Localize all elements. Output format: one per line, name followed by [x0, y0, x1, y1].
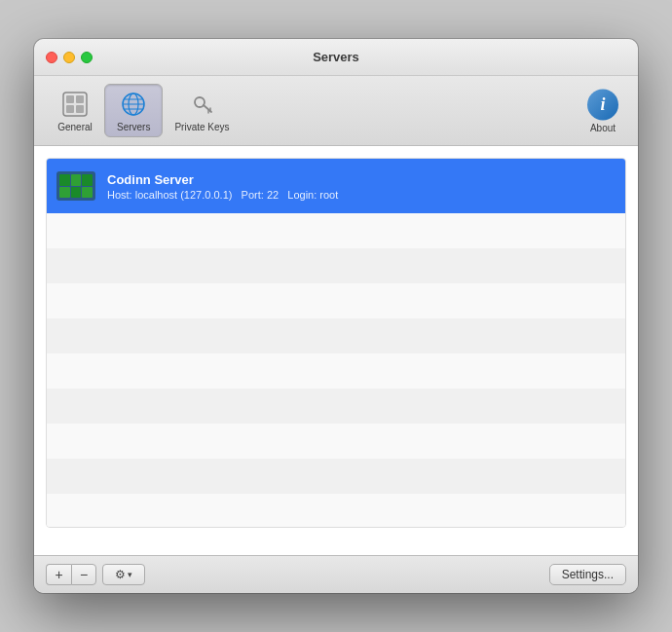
server-list-item[interactable]: Codinn Server Host: localhost (127.0.0.1…	[47, 159, 625, 213]
dropdown-arrow-icon: ▾	[128, 570, 132, 579]
key-icon	[187, 89, 218, 120]
general-icon	[59, 89, 91, 120]
settings-button[interactable]: Settings...	[549, 564, 626, 585]
about-label: About	[590, 122, 616, 132]
empty-row	[47, 353, 625, 389]
empty-row	[47, 424, 625, 459]
main-window: Servers General	[34, 39, 638, 593]
empty-row	[47, 283, 625, 318]
minimize-button[interactable]	[63, 52, 75, 63]
svg-point-10	[123, 93, 144, 115]
window-title: Servers	[313, 50, 359, 64]
empty-row	[47, 494, 625, 528]
server-host: localhost (127.0.0.1)	[135, 189, 233, 201]
tab-servers-label: Servers	[117, 122, 150, 132]
title-bar: Servers	[34, 39, 638, 76]
server-thumbnail	[56, 171, 95, 201]
svg-rect-3	[66, 105, 74, 113]
svg-rect-2	[76, 95, 84, 103]
add-button[interactable]: +	[46, 564, 71, 585]
about-icon: i	[587, 89, 618, 120]
maximize-button[interactable]	[81, 52, 93, 63]
empty-row	[47, 459, 625, 494]
server-list: Codinn Server Host: localhost (127.0.0.1…	[46, 158, 626, 528]
tab-general-label: General	[57, 122, 93, 132]
empty-rows	[47, 213, 625, 527]
bottom-bar: + − ⚙ ▾ Settings...	[34, 555, 638, 593]
server-details: Host: localhost (127.0.0.1) Port: 22 Log…	[107, 189, 338, 201]
server-name: Codinn Server	[107, 172, 338, 187]
traffic-lights	[46, 52, 93, 63]
server-port: 22	[267, 189, 279, 201]
gear-icon: ⚙	[115, 568, 126, 581]
tab-general[interactable]: General	[46, 85, 104, 136]
about-button[interactable]: i About	[579, 85, 626, 136]
globe-icon	[118, 89, 149, 120]
svg-rect-1	[66, 95, 74, 103]
svg-rect-4	[76, 105, 84, 113]
toolbar: General Servers	[34, 76, 638, 146]
empty-row	[47, 248, 625, 283]
server-info: Codinn Server Host: localhost (127.0.0.1…	[107, 172, 338, 201]
empty-row	[47, 389, 625, 424]
empty-row	[47, 213, 625, 248]
tab-private-keys[interactable]: Private Keys	[163, 85, 241, 136]
empty-row	[47, 318, 625, 353]
close-button[interactable]	[46, 52, 57, 63]
gear-button[interactable]: ⚙ ▾	[102, 564, 145, 585]
bottom-left-controls: + − ⚙ ▾	[46, 564, 145, 585]
content-area: Codinn Server Host: localhost (127.0.0.1…	[34, 146, 638, 555]
tab-servers[interactable]: Servers	[104, 84, 163, 137]
remove-button[interactable]: −	[71, 564, 96, 585]
tab-private-keys-label: Private Keys	[174, 122, 229, 132]
server-login: root	[319, 189, 338, 201]
